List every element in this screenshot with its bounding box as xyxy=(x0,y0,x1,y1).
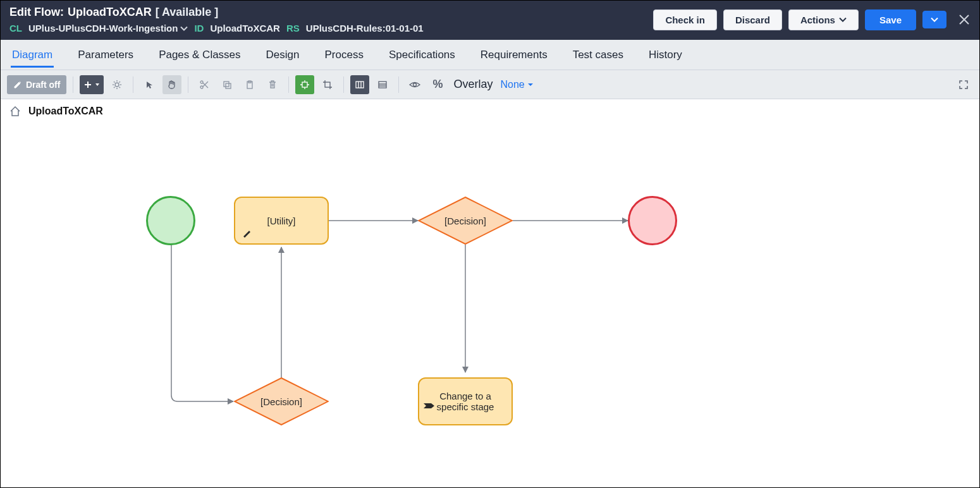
tab-diagram[interactable]: Diagram xyxy=(11,42,54,68)
copy-icon xyxy=(222,80,232,90)
title-label: Edit Flow: xyxy=(9,6,64,19)
delete-button[interactable] xyxy=(263,75,282,94)
separator xyxy=(288,76,289,93)
decision1-label: [Decision] xyxy=(444,216,486,226)
svg-rect-10 xyxy=(379,82,386,88)
overlay-dropdown[interactable]: None xyxy=(500,79,533,90)
decision-node-2[interactable]: [Decision] xyxy=(234,377,329,425)
expand-icon xyxy=(959,80,969,90)
layout-rows-button[interactable] xyxy=(373,75,392,94)
crop-button[interactable] xyxy=(318,75,337,94)
target-icon xyxy=(300,80,310,90)
tab-pages-classes[interactable]: Pages & Classes xyxy=(157,42,242,68)
pan-tool[interactable] xyxy=(162,75,181,94)
cursor-icon xyxy=(145,80,154,89)
start-node[interactable] xyxy=(146,196,195,245)
separator xyxy=(73,76,73,93)
tab-design[interactable]: Design xyxy=(265,42,301,68)
save-split-button[interactable] xyxy=(922,11,946,28)
separator xyxy=(188,76,188,93)
title-name: UploadToXCAR xyxy=(68,6,152,19)
copy-button[interactable] xyxy=(217,75,236,94)
pencil-icon xyxy=(13,80,22,89)
pointer-tool[interactable] xyxy=(140,75,159,94)
crop-icon xyxy=(322,80,333,90)
header-bar: Edit Flow: UploadToXCAR [ Available ] CL… xyxy=(1,1,979,40)
discard-button[interactable]: Discard xyxy=(723,9,782,30)
tabs: Diagram Parameters Pages & Classes Desig… xyxy=(1,40,979,70)
tab-history[interactable]: History xyxy=(647,42,683,68)
utility-node[interactable]: [Utility] xyxy=(234,197,329,245)
cl-val: UPlus-UPlusCDH-Work-Ingestion xyxy=(28,23,178,34)
rs-val: UPlusCDH-Rules:01-01-01 xyxy=(306,23,424,34)
overlay-label: Overlay xyxy=(453,78,493,91)
chevron-down-icon xyxy=(180,25,188,32)
rs-key: RS xyxy=(286,23,300,34)
close-icon[interactable] xyxy=(958,13,971,26)
actions-label: Actions xyxy=(800,15,835,25)
svg-rect-3 xyxy=(224,82,229,87)
tab-parameters[interactable]: Parameters xyxy=(77,42,135,68)
svg-point-0 xyxy=(115,83,119,87)
scissors-icon xyxy=(199,80,209,90)
chevron-down-icon xyxy=(931,16,938,23)
tab-test-cases[interactable]: Test cases xyxy=(572,42,625,68)
cl-key: CL xyxy=(9,23,22,34)
hand-icon xyxy=(167,80,177,90)
paste-button[interactable] xyxy=(240,75,259,94)
svg-rect-7 xyxy=(302,82,307,87)
svg-rect-8 xyxy=(325,82,330,87)
title-status: [ Available ] xyxy=(156,6,219,19)
hammer-icon xyxy=(242,228,252,238)
clipboard-icon xyxy=(245,80,255,90)
caret-down-icon xyxy=(527,82,534,88)
svg-point-1 xyxy=(200,86,203,88)
plus-icon xyxy=(83,80,92,89)
arrowtag-icon xyxy=(423,401,436,410)
add-shape-button[interactable] xyxy=(80,75,104,94)
overlay-value: None xyxy=(500,79,524,90)
svg-point-11 xyxy=(413,83,417,86)
actions-button[interactable]: Actions xyxy=(788,9,859,30)
chevron-down-icon xyxy=(839,16,847,23)
breadcrumb-name: UploadToXCAR xyxy=(28,106,103,117)
rows-icon xyxy=(377,80,388,90)
checkin-button[interactable]: Check in xyxy=(653,9,717,30)
home-icon[interactable] xyxy=(9,106,21,117)
lightbulb-button[interactable] xyxy=(107,75,126,94)
gear-icon xyxy=(112,80,122,90)
decision-node-1[interactable]: [Decision] xyxy=(418,197,513,245)
separator xyxy=(343,76,344,93)
caret-down-icon xyxy=(95,82,100,87)
flow-canvas[interactable]: [Utility] [Decision] [Decision] Change t… xyxy=(1,123,979,477)
trash-icon xyxy=(267,80,278,90)
svg-rect-9 xyxy=(356,82,364,88)
eye-icon xyxy=(409,80,420,90)
cut-button[interactable] xyxy=(195,75,214,94)
cl-dropdown[interactable]: UPlus-UPlusCDH-Work-Ingestion xyxy=(28,23,188,34)
stage-label: Change to a specific stage xyxy=(427,391,504,412)
separator xyxy=(133,76,133,93)
tab-requirements[interactable]: Requirements xyxy=(479,42,549,68)
save-button[interactable]: Save xyxy=(865,9,916,30)
visibility-button[interactable] xyxy=(405,75,424,94)
run-button[interactable] xyxy=(295,75,314,94)
columns-icon xyxy=(355,80,365,90)
toolbar: Draft off % Overlay xyxy=(1,70,979,99)
tab-process[interactable]: Process xyxy=(324,42,365,68)
separator xyxy=(398,76,399,93)
end-node[interactable] xyxy=(628,196,677,245)
draft-toggle-button[interactable]: Draft off xyxy=(7,75,66,94)
percent-button[interactable]: % xyxy=(428,75,447,94)
layout-columns-button[interactable] xyxy=(350,75,369,94)
id-key: ID xyxy=(194,23,204,34)
breadcrumb: UploadToXCAR xyxy=(1,99,979,123)
decision2-label: [Decision] xyxy=(260,396,302,407)
stage-node[interactable]: Change to a specific stage xyxy=(418,377,513,425)
draft-label: Draft off xyxy=(26,80,60,90)
fullscreen-button[interactable] xyxy=(954,75,973,94)
tab-specifications[interactable]: Specifications xyxy=(388,42,456,68)
svg-point-2 xyxy=(200,81,203,83)
id-val: UploadToXCAR xyxy=(210,23,280,34)
utility-label: [Utility] xyxy=(267,216,296,226)
